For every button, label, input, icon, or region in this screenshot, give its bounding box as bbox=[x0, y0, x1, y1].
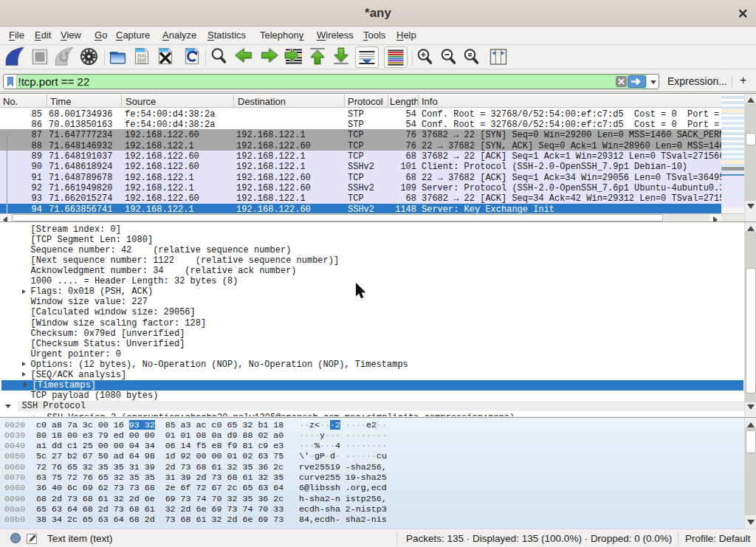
svg-text:0111: 0111 bbox=[137, 61, 146, 65]
